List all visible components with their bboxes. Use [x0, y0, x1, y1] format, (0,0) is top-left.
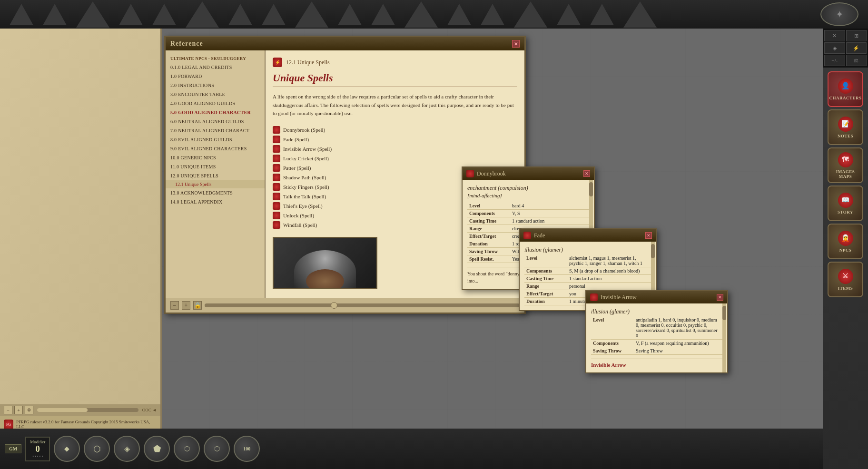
spell-icon-2: [273, 136, 280, 143]
donnybrook-subtype: [mind-affecting]: [467, 193, 589, 198]
zoom-plus-button[interactable]: +: [182, 301, 190, 310]
notes-icon: 📝: [838, 117, 853, 132]
triangle-6: [186, 1, 219, 28]
zoom-in-button[interactable]: +: [14, 406, 23, 414]
triangle-1: [10, 4, 33, 25]
stat-label-duration: Duration: [467, 240, 510, 248]
zoom-slider-track[interactable]: [205, 303, 520, 307]
triangle-5: [152, 4, 176, 25]
donnybrook-icon: [466, 170, 474, 177]
fade-title-label: Fade: [534, 232, 545, 239]
toc-item-20[interactable]: 2.0 INSTRUCTIONS: [166, 81, 265, 90]
sidebar-top-icon-3[interactable]: ◈: [824, 42, 845, 54]
ia-scrollbar-track[interactable]: [722, 303, 726, 372]
stat-label-resist: Spell Resist.: [467, 255, 510, 263]
ia-stat-saving: Saving Throw Saving Throw: [591, 347, 722, 355]
toc-header: ULTIMATE NPCS - SKULDUGGERY: [166, 54, 265, 63]
zoom-lock-button[interactable]: 🔒: [193, 301, 202, 310]
donnybrook-type: enchantment (compulsion): [467, 185, 589, 192]
dice-d4-button[interactable]: ◆: [54, 436, 80, 462]
toc-item-30[interactable]: 3.0 ENCOUNTER TABLE: [166, 90, 265, 99]
fade-label-effect: Effect/Target: [524, 290, 567, 298]
npcs-button[interactable]: 🧝 NPCs: [828, 224, 863, 259]
ia-label-level: Level: [591, 316, 634, 340]
fade-label-casting: Casting Time: [524, 275, 567, 283]
fade-close-button[interactable]: ✕: [645, 232, 652, 239]
reference-close-button[interactable]: ✕: [512, 40, 520, 48]
spell-item-fade[interactable]: Fade (Spell): [273, 135, 517, 144]
content-section-header: ⚡ 12.1 Unique Spells: [273, 58, 517, 67]
top-bar-decorations: ✦: [0, 1, 868, 28]
stat-label-components: Components: [467, 210, 510, 217]
stat-label-range: Range: [467, 225, 510, 233]
stat-value-casting: 1 standard action: [510, 217, 589, 225]
zoom-out-button[interactable]: −: [4, 406, 12, 414]
sidebar-top-icon-1[interactable]: ✕: [824, 30, 845, 41]
spell-icon-6: [273, 174, 280, 181]
modifier-value: 0: [36, 444, 40, 454]
toc-item-130[interactable]: 13.0 ACKNOWLEDGMENTS: [166, 188, 265, 197]
dice-d10-button[interactable]: ⬟: [144, 436, 170, 462]
images-maps-button[interactable]: 🗺 IMAGESMAPS: [828, 147, 863, 183]
modifier-dots: • • • • •: [32, 454, 43, 459]
toc-item-110[interactable]: 11.0 UNIQUE ITEMS: [166, 162, 265, 171]
triangle-7: [228, 4, 252, 25]
fade-value-level: alchemist 1, magus 1, mesmerist 1, psych…: [567, 254, 651, 267]
triangle-9: [295, 1, 328, 28]
fade-icon: [523, 232, 531, 239]
toc-item-80[interactable]: 8.0 EVIL ALIGNED GUILDS: [166, 135, 265, 144]
dice-d12-button[interactable]: ⬡: [174, 436, 200, 462]
items-button[interactable]: ⚔ ITEMS: [828, 262, 863, 297]
sidebar-top-icon-4[interactable]: ⚡: [846, 42, 867, 54]
triangle-18: [623, 1, 657, 28]
ia-value-saving: Saving Throw: [634, 347, 722, 355]
characters-button[interactable]: 👤 CHARACTERS: [828, 71, 863, 107]
dice-d6-button[interactable]: ⬡: [84, 436, 110, 462]
bottom-bar: GM Modifier 0 • • • • • ◆ ⬡ ◈ ⬟ ⬡ ⬡ 100: [0, 429, 823, 469]
zoom-minus-button[interactable]: −: [170, 301, 179, 310]
modifier-label: Modifier: [30, 440, 45, 444]
toc-item-50[interactable]: 5.0 GOOD ALIGNED CHARACTER: [166, 108, 265, 117]
spell-item-lucky-cricket[interactable]: Lucky Cricket (Spell): [273, 154, 517, 163]
toc-item-70[interactable]: 7.0 NEUTRAL ALIGNED CHARACT: [166, 126, 265, 135]
zoom-slider-handle[interactable]: [331, 302, 337, 309]
toc-item-120[interactable]: 12.0 UNIQUE SPELLS: [166, 171, 265, 180]
invisible-arrow-close-button[interactable]: ✕: [717, 294, 723, 301]
story-button[interactable]: 📖 STORY: [828, 186, 863, 221]
fade-stat-level: Level alchemist 1, magus 1, mesmerist 1,…: [524, 254, 651, 267]
settings-button[interactable]: ⚙: [25, 406, 33, 414]
toc-subitem-121[interactable]: 12.1 Unique Spells: [166, 180, 265, 188]
toc-item-90[interactable]: 9.0 EVIL ALIGNED CHARACTERS: [166, 144, 265, 153]
sidebar-top-icon-6[interactable]: ⚖: [846, 55, 867, 66]
spell-item-invisible-arrow[interactable]: Invisible Arrow (Spell): [273, 144, 517, 154]
donnybrook-close-button[interactable]: ✕: [583, 170, 590, 177]
dice-d20-button[interactable]: ⬡: [204, 436, 230, 462]
spell-item-donnybrook[interactable]: Donnybrook (Spell): [273, 125, 517, 135]
section-icon: ⚡: [273, 58, 282, 67]
ia-stat-components: Components V, F (a weapon requiring ammu…: [591, 340, 722, 347]
fade-stat-range: Range personal: [524, 283, 651, 290]
toc-item-10[interactable]: 1.0 FORWARD: [166, 72, 265, 81]
spell-icon-7: [273, 183, 280, 191]
stat-row-casting-time: Casting Time 1 standard action: [467, 217, 589, 225]
toc-item-140[interactable]: 14.0 LEGAL APPENDIX: [166, 197, 265, 206]
notes-button[interactable]: 📝 NOTES: [828, 109, 863, 145]
ia-scrollbar-thumb[interactable]: [722, 306, 726, 320]
fade-value-casting: 1 standard action: [567, 275, 651, 283]
spell-icon-3: [273, 145, 280, 153]
dice-d8-button[interactable]: ◈: [114, 436, 140, 462]
fade-scrollbar-thumb[interactable]: [651, 244, 655, 258]
sidebar-top-icon-5[interactable]: +/-: [824, 55, 845, 66]
spell-icon-1: [273, 126, 280, 134]
donnybrook-scrollbar-thumb[interactable]: [589, 182, 593, 196]
toc-item-60[interactable]: 6.0 NEUTRAL ALIGNED GUILDS: [166, 117, 265, 126]
dice-d100-button[interactable]: 100: [234, 436, 260, 462]
characters-label: CHARACTERS: [829, 96, 861, 100]
toc-item-100[interactable]: 10.0 GENERIC NPCS: [166, 153, 265, 162]
sidebar-top-icon-2[interactable]: ⊞: [846, 30, 867, 41]
sidebar-buttons: 👤 CHARACTERS 📝 NOTES 🗺 IMAGESMAPS 📖 STOR…: [828, 71, 863, 297]
toc-item-40[interactable]: 4.0 GOOD ALIGNED GUILDS: [166, 99, 265, 108]
donnybrook-title-label: Donnybrook: [477, 170, 506, 177]
ia-stat-level: Level antipaladin 1, bard 0, inquisitor …: [591, 316, 722, 340]
toc-item-01[interactable]: 0.1.0 LEGAL AND CREDITS: [166, 63, 265, 72]
